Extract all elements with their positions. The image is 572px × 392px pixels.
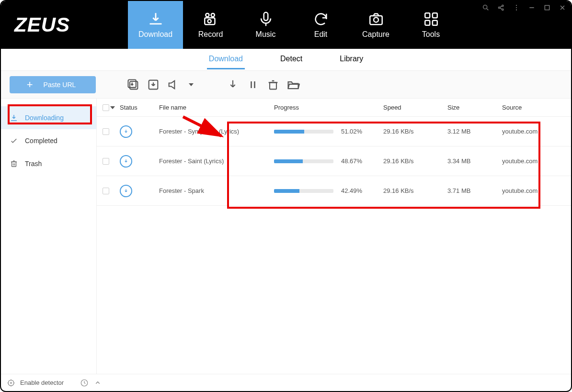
cell-speed: 29.16 KB/s <box>383 128 447 135</box>
header: ZEUS Download Record Music <box>1 1 571 49</box>
row-checkbox[interactable] <box>103 158 109 165</box>
subtab-library[interactable]: Library <box>338 50 365 69</box>
nav-music-label: Music <box>256 30 276 39</box>
camcorder-icon <box>203 11 219 27</box>
paste-url-label: Paste URL <box>44 81 76 89</box>
sidebar-trash-label: Trash <box>25 160 42 168</box>
cell-progress: 48.67% <box>274 157 383 165</box>
camera-icon <box>368 11 384 27</box>
svg-point-6 <box>374 17 378 22</box>
nav-record-label: Record <box>198 30 223 39</box>
nav-record[interactable]: Record <box>183 1 238 49</box>
enable-detector-label[interactable]: Enable detector <box>20 379 64 386</box>
cell-progress: 51.02% <box>274 128 383 135</box>
nav-edit-label: Edit <box>314 30 328 39</box>
cell-source: youtube.com <box>502 187 555 194</box>
close-icon[interactable] <box>559 4 566 11</box>
svg-point-11 <box>483 5 487 9</box>
downloading-status-icon <box>120 185 132 197</box>
header-file-name[interactable]: File name <box>159 104 274 111</box>
row-checkbox[interactable] <box>103 188 109 194</box>
svg-rect-22 <box>270 82 276 89</box>
microphone-icon <box>258 11 274 27</box>
main-nav: Download Record Music Edit <box>128 1 458 49</box>
sidebar-item-completed[interactable]: Completed <box>1 129 96 152</box>
pause-icon[interactable] <box>246 78 260 91</box>
cell-size: 3.34 MB <box>447 157 502 165</box>
body: Downloading Completed Trash Status File … <box>1 99 571 374</box>
svg-point-17 <box>516 10 517 11</box>
download-single-icon[interactable] <box>147 78 160 91</box>
header-status[interactable]: Status <box>120 104 159 111</box>
svg-point-15 <box>516 5 517 6</box>
sidebar-completed-label: Completed <box>25 137 57 145</box>
svg-rect-7 <box>425 13 430 18</box>
volume-icon[interactable] <box>167 78 180 91</box>
content-area: Status File name Progress Speed Size Sou… <box>97 99 571 374</box>
sidebar-downloading-label: Downloading <box>25 114 64 122</box>
download-multiple-icon[interactable] <box>126 78 140 91</box>
cell-file-name: Forester - Spark <box>159 187 274 194</box>
minimize-icon[interactable] <box>528 4 536 11</box>
table-row[interactable]: Forester - Symphony (Lyrics) 51.02% 29.1… <box>97 117 571 146</box>
header-progress[interactable]: Progress <box>274 104 383 111</box>
nav-download[interactable]: Download <box>128 1 183 49</box>
sidebar-item-trash[interactable]: Trash <box>1 152 96 175</box>
app-logo: ZEUS <box>1 1 128 49</box>
subtab-download[interactable]: Download <box>207 50 245 69</box>
svg-rect-8 <box>432 13 437 18</box>
toolbar: + Paste URL <box>1 71 571 99</box>
delete-icon[interactable] <box>266 78 280 91</box>
open-folder-icon[interactable] <box>286 78 300 91</box>
svg-rect-10 <box>432 21 437 25</box>
cell-size: 3.12 MB <box>447 128 502 135</box>
table-row[interactable]: Forester - Saint (Lyrics) 48.67% 29.16 K… <box>97 146 571 176</box>
nav-tools-label: Tools <box>422 30 440 39</box>
cell-progress-percent: 42.49% <box>341 187 362 194</box>
svg-point-0 <box>206 13 209 17</box>
nav-edit[interactable]: Edit <box>293 1 348 49</box>
subtab-detect[interactable]: Detect <box>278 50 304 69</box>
search-icon[interactable] <box>482 4 490 11</box>
cell-speed: 29.16 KB/s <box>383 187 447 194</box>
share-icon[interactable] <box>497 4 505 11</box>
download-arrow-icon <box>10 113 18 122</box>
window-controls <box>482 4 566 11</box>
nav-tools[interactable]: Tools <box>403 1 458 49</box>
check-icon <box>10 136 18 145</box>
sidebar: Downloading Completed Trash <box>1 99 97 374</box>
maximize-icon[interactable] <box>543 4 551 11</box>
history-icon[interactable] <box>80 379 89 387</box>
select-all-checkbox[interactable] <box>103 104 109 111</box>
table-row[interactable]: Forester - Spark 42.49% 29.16 KB/s 3.71 … <box>97 176 571 206</box>
select-all-dropdown-icon[interactable] <box>110 106 115 109</box>
row-checkbox[interactable] <box>103 128 109 135</box>
chevron-down-icon[interactable] <box>189 83 194 86</box>
resume-icon[interactable] <box>226 78 240 91</box>
header-size[interactable]: Size <box>447 104 502 111</box>
chevron-up-icon[interactable] <box>93 379 102 387</box>
detector-target-icon[interactable] <box>7 379 15 387</box>
header-source[interactable]: Source <box>502 104 555 111</box>
sidebar-item-downloading[interactable]: Downloading <box>1 106 96 129</box>
nav-capture[interactable]: Capture <box>348 1 403 49</box>
svg-rect-18 <box>545 5 549 10</box>
more-icon[interactable] <box>513 4 520 11</box>
svg-point-3 <box>207 20 211 23</box>
trash-icon <box>10 159 18 168</box>
nav-download-label: Download <box>138 30 172 39</box>
subtab-bar: Download Detect Library <box>1 49 571 71</box>
header-speed[interactable]: Speed <box>383 104 447 111</box>
refresh-icon <box>313 11 329 27</box>
cell-file-name: Forester - Saint (Lyrics) <box>159 157 274 165</box>
svg-point-26 <box>11 382 12 383</box>
table-header-row: Status File name Progress Speed Size Sou… <box>97 99 571 117</box>
svg-rect-4 <box>263 12 268 21</box>
cell-size: 3.71 MB <box>447 187 502 194</box>
download-icon <box>148 11 164 27</box>
downloading-status-icon <box>120 155 132 168</box>
cell-progress-percent: 51.02% <box>341 128 362 135</box>
paste-url-button[interactable]: + Paste URL <box>10 76 96 93</box>
svg-rect-2 <box>205 18 215 24</box>
nav-music[interactable]: Music <box>238 1 293 49</box>
